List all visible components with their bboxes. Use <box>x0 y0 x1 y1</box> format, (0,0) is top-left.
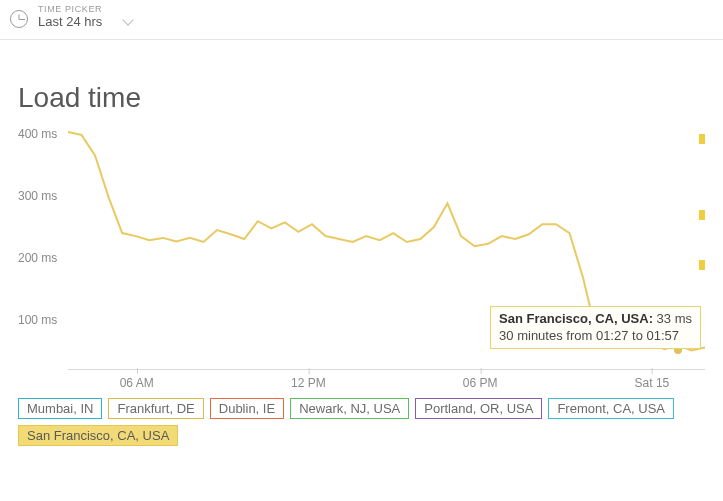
x-tick: 06 AM <box>120 376 154 390</box>
clock-icon <box>10 10 28 28</box>
chevron-down-icon <box>124 16 134 26</box>
x-tick: 06 PM <box>463 376 498 390</box>
legend-item[interactable]: San Francisco, CA, USA <box>18 425 178 446</box>
legend-item[interactable]: Fremont, CA, USA <box>548 398 674 419</box>
chart-title: Load time <box>18 82 705 114</box>
y-tick: 100 ms <box>18 313 57 327</box>
legend: Mumbai, INFrankfurt, DEDublin, IENewark,… <box>0 398 723 460</box>
tooltip-range: 30 minutes from 01:27 to 01:57 <box>499 328 692 344</box>
x-tick: 12 PM <box>291 376 326 390</box>
y-tick: 300 ms <box>18 189 57 203</box>
chart-plot[interactable]: 400 ms 300 ms 200 ms 100 ms 06 AM 12 PM … <box>18 120 705 390</box>
chart-panel: Load time 400 ms 300 ms 200 ms 100 ms 06… <box>0 40 723 398</box>
time-picker[interactable]: TIME PICKER Last 24 hrs <box>38 4 134 29</box>
time-picker-value: Last 24 hrs <box>38 14 102 29</box>
chart-tooltip: San Francisco, CA, USA: 33 ms 30 minutes… <box>490 306 701 349</box>
legend-item[interactable]: Dublin, IE <box>210 398 284 419</box>
x-tick: Sat 15 <box>635 376 670 390</box>
time-picker-label: TIME PICKER <box>38 4 134 14</box>
y-tick: 400 ms <box>18 127 57 141</box>
legend-item[interactable]: Newark, NJ, USA <box>290 398 409 419</box>
y-tick: 200 ms <box>18 251 57 265</box>
legend-item[interactable]: Mumbai, IN <box>18 398 102 419</box>
legend-item[interactable]: Portland, OR, USA <box>415 398 542 419</box>
tooltip-series-label: San Francisco, CA, USA: <box>499 311 653 326</box>
time-picker-bar: TIME PICKER Last 24 hrs <box>0 0 723 40</box>
tooltip-value: 33 ms <box>657 311 692 326</box>
legend-item[interactable]: Frankfurt, DE <box>108 398 203 419</box>
